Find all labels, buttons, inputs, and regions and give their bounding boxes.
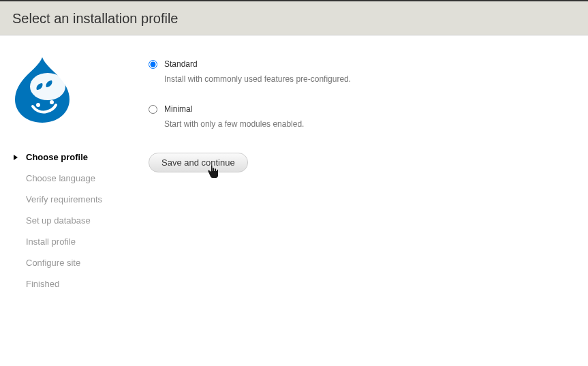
step-set-up-database: Set up database (12, 210, 149, 231)
step-label: Set up database (26, 215, 91, 226)
step-verify-requirements: Verify requirements (12, 189, 149, 210)
profile-option-standard: Standard Install with commonly used feat… (149, 59, 588, 84)
step-label: Choose language (26, 173, 95, 183)
sidebar: Choose profile Choose language Verify re… (12, 56, 149, 294)
page-title: Select an installation profile (12, 11, 588, 27)
radio-standard-label[interactable]: Standard (164, 59, 198, 69)
step-label: Finished (26, 279, 59, 289)
main-content: Standard Install with commonly used feat… (149, 56, 588, 294)
page-header: Select an installation profile (0, 1, 588, 35)
radio-standard-desc: Install with commonly used features pre-… (164, 74, 588, 84)
profile-option-minimal: Minimal Start with only a few modules en… (149, 104, 588, 129)
step-choose-profile: Choose profile (12, 147, 149, 168)
install-steps: Choose profile Choose language Verify re… (12, 147, 149, 294)
radio-standard[interactable] (149, 60, 157, 69)
drupal-logo-icon (12, 56, 149, 126)
step-install-profile: Install profile (12, 231, 149, 252)
step-label: Configure site (26, 258, 80, 268)
step-configure-site: Configure site (12, 252, 149, 273)
content-container: Choose profile Choose language Verify re… (0, 35, 588, 294)
step-label: Verify requirements (26, 194, 102, 204)
save-and-continue-button[interactable]: Save and continue (149, 153, 248, 172)
svg-point-2 (50, 100, 54, 104)
svg-point-1 (36, 103, 40, 107)
step-label: Choose profile (26, 152, 88, 162)
radio-minimal-label[interactable]: Minimal (164, 104, 192, 114)
step-choose-language: Choose language (12, 168, 149, 189)
radio-minimal[interactable] (149, 105, 157, 114)
radio-minimal-desc: Start with only a few modules enabled. (164, 119, 588, 129)
step-label: Install profile (26, 237, 76, 247)
step-finished: Finished (12, 273, 149, 294)
